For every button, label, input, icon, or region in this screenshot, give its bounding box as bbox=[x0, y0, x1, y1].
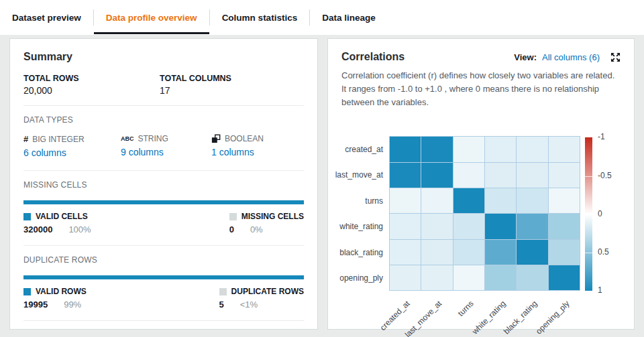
heatmap-cell-turns-created_at[interactable] bbox=[390, 188, 421, 213]
heatmap-cell-black_rating-created_at[interactable] bbox=[390, 240, 421, 265]
heatmap-row-label: opening_ply bbox=[339, 273, 383, 283]
valid-rows-pct: 99% bbox=[64, 299, 81, 310]
total-rows-value: 20,000 bbox=[23, 85, 160, 96]
total-rows: TOTAL ROWS 20,000 bbox=[23, 74, 160, 96]
heatmap-cell-last_move_at-opening_ply[interactable] bbox=[549, 163, 580, 188]
heatmap-cell-black_rating-black_rating[interactable] bbox=[517, 240, 547, 265]
colorbar-tick bbox=[585, 253, 592, 253]
heatmap-row-label: turns bbox=[365, 196, 383, 206]
heatmap-cell-last_move_at-black_rating[interactable] bbox=[517, 163, 547, 188]
boolean-columns-link[interactable]: 1 columns bbox=[211, 147, 304, 157]
heatmap-cell-white_rating-turns[interactable] bbox=[453, 214, 484, 239]
duplicate-rows-label: DUPLICATE ROWS bbox=[231, 287, 304, 296]
duplicate-rows-pct: <1% bbox=[240, 299, 258, 310]
missing-cells-legend-item: MISSING CELLS 0 0% bbox=[229, 212, 304, 234]
total-rows-label: TOTAL ROWS bbox=[23, 74, 160, 83]
heatmap-cell-created_at-created_at[interactable] bbox=[390, 137, 421, 161]
heatmap-cell-turns-white_rating[interactable] bbox=[485, 188, 516, 213]
summary-key-values: TOTAL ROWS 20,000 TOTAL COLUMNS 17 bbox=[23, 74, 304, 96]
missing-cells-pct: 0% bbox=[250, 224, 263, 234]
content-area: Summary TOTAL ROWS 20,000 TOTAL COLUMNS … bbox=[0, 35, 644, 336]
heatmap-cell-created_at-opening_ply[interactable] bbox=[549, 137, 580, 161]
heatmap-cell-opening_ply-white_rating[interactable] bbox=[485, 265, 516, 290]
heatmap-cell-turns-last_move_at[interactable] bbox=[421, 188, 452, 213]
data-type-label: BIG INTEGER bbox=[32, 135, 84, 144]
heatmap-cell-turns-black_rating[interactable] bbox=[517, 188, 547, 213]
duplicate-rows-bar bbox=[23, 275, 304, 279]
heatmap-cell-created_at-white_rating[interactable] bbox=[485, 137, 516, 161]
total-columns-label: TOTAL COLUMNS bbox=[160, 74, 304, 83]
heatmap-cell-opening_ply-turns[interactable] bbox=[453, 265, 484, 290]
valid-cells-label: VALID CELLS bbox=[36, 212, 88, 221]
boolean-icon bbox=[211, 134, 221, 143]
gray-swatch-icon bbox=[229, 213, 237, 220]
tab-column-statistics[interactable]: Column statistics bbox=[210, 0, 310, 35]
valid-rows-bar-fill bbox=[23, 275, 304, 279]
duplicate-rows-value: 5 bbox=[219, 299, 224, 310]
correlations-description: Correlation coefficient (r) defines how … bbox=[341, 69, 621, 109]
heatmap-cell-black_rating-white_rating[interactable] bbox=[485, 240, 516, 265]
heatmap-cell-black_rating-last_move_at[interactable] bbox=[421, 240, 452, 265]
heatmap-cell-black_rating-turns[interactable] bbox=[453, 240, 484, 265]
heatmap-cell-created_at-last_move_at[interactable] bbox=[421, 137, 452, 161]
duplicate-rows-legend: VALID ROWS 19995 99% DUPLICATE ROWS 5 <1… bbox=[23, 287, 304, 310]
correlations-panel: Correlations View: All columns (6) Corre… bbox=[327, 38, 635, 330]
big-integer-columns-link[interactable]: 6 columns bbox=[23, 147, 121, 158]
valid-cells-bar-fill bbox=[23, 200, 304, 204]
heatmap-cell-black_rating-opening_ply[interactable] bbox=[549, 240, 580, 265]
colorbar bbox=[585, 137, 592, 291]
string-columns-link[interactable]: 9 columns bbox=[121, 147, 211, 157]
valid-rows-label: VALID ROWS bbox=[36, 287, 87, 296]
heatmap-cell-last_move_at-created_at[interactable] bbox=[390, 163, 421, 188]
divider bbox=[23, 245, 304, 246]
heatmap-column-label: turns bbox=[456, 299, 476, 318]
correlations-title: Correlations bbox=[341, 51, 405, 63]
data-type-string: ABC STRING 9 columns bbox=[121, 134, 211, 158]
tab-data-profile-overview[interactable]: Data profile overview bbox=[94, 0, 209, 35]
heatmap-column-label: white_rating bbox=[470, 299, 507, 336]
colorbar-tick-label: 1 bbox=[598, 285, 602, 295]
heatmap-row-label: created_at bbox=[345, 145, 383, 154]
missing-cells-value: 0 bbox=[229, 224, 234, 234]
heatmap-cell-created_at-turns[interactable] bbox=[453, 137, 484, 161]
data-type-label: STRING bbox=[138, 134, 168, 143]
view-label: View: bbox=[514, 52, 537, 62]
valid-cells-pct: 100% bbox=[68, 224, 91, 234]
missing-cells-label: MISSING CELLS bbox=[241, 212, 304, 221]
valid-cells-legend-item: VALID CELLS 320000 100% bbox=[23, 212, 91, 234]
duplicate-rows-section-label: DUPLICATE ROWS bbox=[23, 255, 304, 265]
summary-panel: Summary TOTAL ROWS 20,000 TOTAL COLUMNS … bbox=[9, 38, 318, 330]
expand-icon[interactable] bbox=[610, 52, 621, 62]
heatmap-cell-white_rating-opening_ply[interactable] bbox=[549, 214, 580, 239]
all-columns-link[interactable]: All columns (6) bbox=[542, 52, 600, 62]
heatmap-cell-created_at-black_rating[interactable] bbox=[517, 137, 547, 161]
tab-data-lineage[interactable]: Data lineage bbox=[310, 0, 388, 35]
colorbar-tick-label: 0.5 bbox=[598, 247, 609, 257]
data-types-grid: # BIG INTEGER 6 columns ABC STRING 9 col… bbox=[23, 134, 304, 158]
data-types-label: DATA TYPES bbox=[23, 115, 304, 125]
heatmap-row-label: last_move_at bbox=[335, 170, 383, 180]
heatmap-cell-last_move_at-white_rating[interactable] bbox=[485, 163, 516, 188]
data-type-big-integer: # BIG INTEGER 6 columns bbox=[23, 134, 121, 158]
heatmap-cell-white_rating-black_rating[interactable] bbox=[517, 214, 547, 239]
duplicate-rows-legend-item: DUPLICATE ROWS 5 <1% bbox=[219, 287, 304, 310]
heatmap-cell-opening_ply-last_move_at[interactable] bbox=[421, 265, 452, 290]
tab-dataset-preview[interactable]: Dataset preview bbox=[0, 0, 93, 35]
heatmap-cell-opening_ply-opening_ply[interactable] bbox=[549, 265, 580, 290]
divider bbox=[23, 170, 304, 171]
missing-cells-legend: VALID CELLS 320000 100% MISSING CELLS 0 … bbox=[23, 212, 304, 234]
heatmap-cell-turns-turns[interactable] bbox=[453, 188, 484, 213]
heatmap-cell-opening_ply-created_at[interactable] bbox=[390, 265, 421, 290]
heatmap-cell-white_rating-last_move_at[interactable] bbox=[421, 214, 452, 239]
heatmap-cell-white_rating-created_at[interactable] bbox=[390, 214, 421, 239]
heatmap-cell-white_rating-white_rating[interactable] bbox=[485, 214, 516, 239]
hash-icon: # bbox=[23, 134, 28, 144]
colorbar-tick-label: -1 bbox=[598, 132, 605, 141]
heatmap-cell-last_move_at-last_move_at[interactable] bbox=[421, 163, 452, 188]
heatmap-cell-last_move_at-turns[interactable] bbox=[453, 163, 484, 188]
teal-swatch-icon bbox=[23, 288, 31, 295]
heatmap-cell-turns-opening_ply[interactable] bbox=[549, 188, 580, 213]
heatmap-cell-opening_ply-black_rating[interactable] bbox=[517, 265, 547, 290]
valid-cells-value: 320000 bbox=[23, 224, 52, 234]
missing-cells-section-label: MISSING CELLS bbox=[23, 180, 304, 190]
